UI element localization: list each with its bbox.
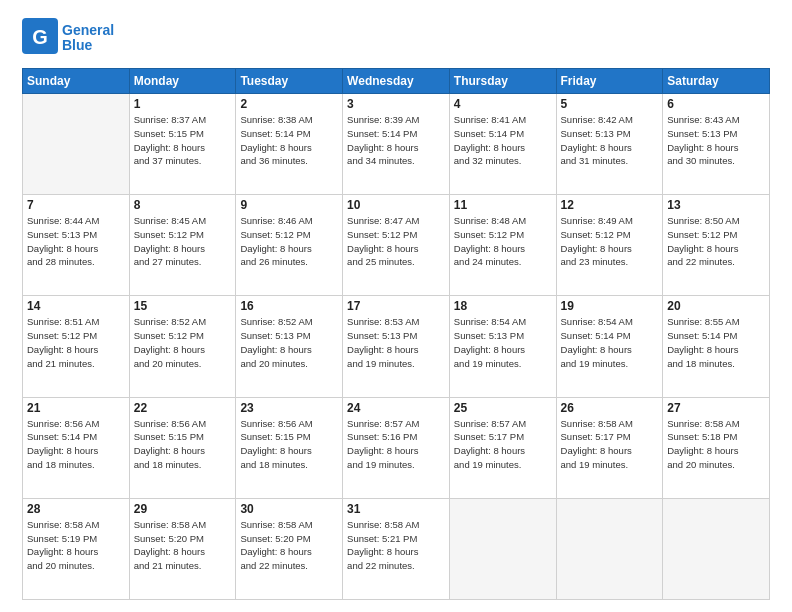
day-info: Sunrise: 8:39 AM Sunset: 5:14 PM Dayligh… [347, 113, 445, 168]
calendar-week-row: 14Sunrise: 8:51 AM Sunset: 5:12 PM Dayli… [23, 296, 770, 397]
logo-blue: Blue [62, 38, 114, 53]
calendar-cell: 13Sunrise: 8:50 AM Sunset: 5:12 PM Dayli… [663, 195, 770, 296]
day-number: 11 [454, 198, 552, 212]
calendar-cell: 7Sunrise: 8:44 AM Sunset: 5:13 PM Daylig… [23, 195, 130, 296]
day-number: 21 [27, 401, 125, 415]
day-number: 12 [561, 198, 659, 212]
calendar-cell: 18Sunrise: 8:54 AM Sunset: 5:13 PM Dayli… [449, 296, 556, 397]
calendar-cell: 28Sunrise: 8:58 AM Sunset: 5:19 PM Dayli… [23, 498, 130, 599]
day-number: 13 [667, 198, 765, 212]
calendar-cell [449, 498, 556, 599]
day-info: Sunrise: 8:45 AM Sunset: 5:12 PM Dayligh… [134, 214, 232, 269]
day-number: 19 [561, 299, 659, 313]
day-info: Sunrise: 8:56 AM Sunset: 5:15 PM Dayligh… [134, 417, 232, 472]
calendar-cell: 6Sunrise: 8:43 AM Sunset: 5:13 PM Daylig… [663, 94, 770, 195]
day-number: 6 [667, 97, 765, 111]
day-number: 23 [240, 401, 338, 415]
day-info: Sunrise: 8:58 AM Sunset: 5:20 PM Dayligh… [134, 518, 232, 573]
calendar-table: SundayMondayTuesdayWednesdayThursdayFrid… [22, 68, 770, 600]
calendar-week-row: 21Sunrise: 8:56 AM Sunset: 5:14 PM Dayli… [23, 397, 770, 498]
calendar-cell: 9Sunrise: 8:46 AM Sunset: 5:12 PM Daylig… [236, 195, 343, 296]
calendar-cell: 20Sunrise: 8:55 AM Sunset: 5:14 PM Dayli… [663, 296, 770, 397]
calendar-cell: 29Sunrise: 8:58 AM Sunset: 5:20 PM Dayli… [129, 498, 236, 599]
day-number: 15 [134, 299, 232, 313]
day-number: 22 [134, 401, 232, 415]
calendar-week-row: 1Sunrise: 8:37 AM Sunset: 5:15 PM Daylig… [23, 94, 770, 195]
logo: G General Blue [22, 18, 114, 58]
day-info: Sunrise: 8:56 AM Sunset: 5:14 PM Dayligh… [27, 417, 125, 472]
day-info: Sunrise: 8:52 AM Sunset: 5:12 PM Dayligh… [134, 315, 232, 370]
day-info: Sunrise: 8:58 AM Sunset: 5:19 PM Dayligh… [27, 518, 125, 573]
calendar-cell [23, 94, 130, 195]
calendar-cell [556, 498, 663, 599]
header: G General Blue [22, 18, 770, 58]
calendar-cell: 25Sunrise: 8:57 AM Sunset: 5:17 PM Dayli… [449, 397, 556, 498]
day-number: 25 [454, 401, 552, 415]
calendar-header-saturday: Saturday [663, 69, 770, 94]
day-number: 10 [347, 198, 445, 212]
day-info: Sunrise: 8:46 AM Sunset: 5:12 PM Dayligh… [240, 214, 338, 269]
calendar-cell: 19Sunrise: 8:54 AM Sunset: 5:14 PM Dayli… [556, 296, 663, 397]
day-number: 30 [240, 502, 338, 516]
calendar-cell: 23Sunrise: 8:56 AM Sunset: 5:15 PM Dayli… [236, 397, 343, 498]
calendar-cell: 10Sunrise: 8:47 AM Sunset: 5:12 PM Dayli… [343, 195, 450, 296]
calendar-header-monday: Monday [129, 69, 236, 94]
logo-icon: G [22, 18, 58, 58]
day-info: Sunrise: 8:58 AM Sunset: 5:20 PM Dayligh… [240, 518, 338, 573]
day-info: Sunrise: 8:53 AM Sunset: 5:13 PM Dayligh… [347, 315, 445, 370]
day-info: Sunrise: 8:58 AM Sunset: 5:17 PM Dayligh… [561, 417, 659, 472]
calendar-cell [663, 498, 770, 599]
calendar-week-row: 7Sunrise: 8:44 AM Sunset: 5:13 PM Daylig… [23, 195, 770, 296]
day-info: Sunrise: 8:42 AM Sunset: 5:13 PM Dayligh… [561, 113, 659, 168]
day-number: 16 [240, 299, 338, 313]
day-info: Sunrise: 8:49 AM Sunset: 5:12 PM Dayligh… [561, 214, 659, 269]
day-number: 4 [454, 97, 552, 111]
day-number: 20 [667, 299, 765, 313]
day-number: 29 [134, 502, 232, 516]
day-number: 24 [347, 401, 445, 415]
day-info: Sunrise: 8:57 AM Sunset: 5:16 PM Dayligh… [347, 417, 445, 472]
calendar-cell: 5Sunrise: 8:42 AM Sunset: 5:13 PM Daylig… [556, 94, 663, 195]
calendar-cell: 3Sunrise: 8:39 AM Sunset: 5:14 PM Daylig… [343, 94, 450, 195]
day-info: Sunrise: 8:38 AM Sunset: 5:14 PM Dayligh… [240, 113, 338, 168]
calendar-cell: 17Sunrise: 8:53 AM Sunset: 5:13 PM Dayli… [343, 296, 450, 397]
calendar-cell: 26Sunrise: 8:58 AM Sunset: 5:17 PM Dayli… [556, 397, 663, 498]
day-info: Sunrise: 8:58 AM Sunset: 5:21 PM Dayligh… [347, 518, 445, 573]
day-info: Sunrise: 8:48 AM Sunset: 5:12 PM Dayligh… [454, 214, 552, 269]
calendar-header-tuesday: Tuesday [236, 69, 343, 94]
calendar-cell: 15Sunrise: 8:52 AM Sunset: 5:12 PM Dayli… [129, 296, 236, 397]
calendar-header-wednesday: Wednesday [343, 69, 450, 94]
calendar-cell: 21Sunrise: 8:56 AM Sunset: 5:14 PM Dayli… [23, 397, 130, 498]
day-number: 9 [240, 198, 338, 212]
calendar-week-row: 28Sunrise: 8:58 AM Sunset: 5:19 PM Dayli… [23, 498, 770, 599]
calendar-cell: 11Sunrise: 8:48 AM Sunset: 5:12 PM Dayli… [449, 195, 556, 296]
day-info: Sunrise: 8:55 AM Sunset: 5:14 PM Dayligh… [667, 315, 765, 370]
calendar-cell: 2Sunrise: 8:38 AM Sunset: 5:14 PM Daylig… [236, 94, 343, 195]
day-number: 5 [561, 97, 659, 111]
day-number: 7 [27, 198, 125, 212]
calendar-cell: 4Sunrise: 8:41 AM Sunset: 5:14 PM Daylig… [449, 94, 556, 195]
day-number: 27 [667, 401, 765, 415]
day-info: Sunrise: 8:43 AM Sunset: 5:13 PM Dayligh… [667, 113, 765, 168]
day-number: 18 [454, 299, 552, 313]
svg-text:G: G [32, 26, 48, 48]
calendar-header-friday: Friday [556, 69, 663, 94]
day-number: 1 [134, 97, 232, 111]
day-info: Sunrise: 8:37 AM Sunset: 5:15 PM Dayligh… [134, 113, 232, 168]
day-info: Sunrise: 8:54 AM Sunset: 5:13 PM Dayligh… [454, 315, 552, 370]
calendar-cell: 1Sunrise: 8:37 AM Sunset: 5:15 PM Daylig… [129, 94, 236, 195]
calendar-header-sunday: Sunday [23, 69, 130, 94]
day-info: Sunrise: 8:44 AM Sunset: 5:13 PM Dayligh… [27, 214, 125, 269]
calendar-header-thursday: Thursday [449, 69, 556, 94]
day-number: 14 [27, 299, 125, 313]
calendar-cell: 31Sunrise: 8:58 AM Sunset: 5:21 PM Dayli… [343, 498, 450, 599]
calendar-cell: 14Sunrise: 8:51 AM Sunset: 5:12 PM Dayli… [23, 296, 130, 397]
day-number: 8 [134, 198, 232, 212]
calendar-cell: 22Sunrise: 8:56 AM Sunset: 5:15 PM Dayli… [129, 397, 236, 498]
day-info: Sunrise: 8:57 AM Sunset: 5:17 PM Dayligh… [454, 417, 552, 472]
day-info: Sunrise: 8:50 AM Sunset: 5:12 PM Dayligh… [667, 214, 765, 269]
calendar-cell: 8Sunrise: 8:45 AM Sunset: 5:12 PM Daylig… [129, 195, 236, 296]
day-info: Sunrise: 8:56 AM Sunset: 5:15 PM Dayligh… [240, 417, 338, 472]
calendar-header-row: SundayMondayTuesdayWednesdayThursdayFrid… [23, 69, 770, 94]
day-info: Sunrise: 8:51 AM Sunset: 5:12 PM Dayligh… [27, 315, 125, 370]
